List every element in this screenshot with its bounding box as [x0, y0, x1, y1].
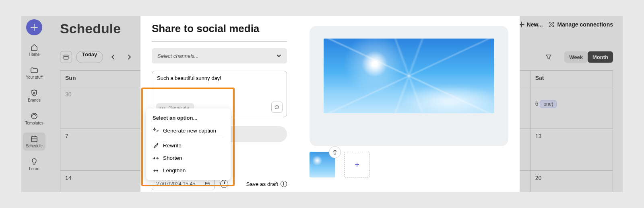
svg-point-1: [31, 113, 37, 119]
wand-icon: [153, 142, 159, 149]
view-month-button[interactable]: Month: [588, 51, 613, 63]
filter-button[interactable]: [543, 51, 555, 63]
calendar-icon: [30, 135, 38, 143]
dropdown-title: Select an option...: [146, 112, 231, 124]
save-draft-label: Save as draft: [246, 181, 278, 187]
manage-connections-button[interactable]: Manage connections: [548, 21, 613, 28]
day-number: 7: [65, 133, 68, 139]
lightbulb-icon: [30, 158, 38, 166]
home-icon: [30, 43, 38, 51]
option-rewrite[interactable]: Rewrite: [146, 139, 231, 152]
manage-connections-label: Manage connections: [557, 21, 613, 28]
caption-text: Such a beautiful sunny day!: [157, 75, 221, 81]
nav-home[interactable]: Home: [23, 41, 45, 59]
templates-icon: [30, 112, 38, 120]
new-post-label: New...: [527, 21, 543, 28]
option-lengthen[interactable]: Lengthen: [146, 164, 231, 177]
svg-rect-2: [31, 137, 37, 142]
add-media-button[interactable]: +: [344, 152, 370, 177]
calendar-picker-button[interactable]: [60, 51, 72, 63]
new-post-button[interactable]: New...: [519, 21, 543, 28]
nav-label: Home: [29, 52, 40, 57]
channels-select[interactable]: Select channels...: [152, 48, 287, 63]
nav-label: Brands: [28, 98, 41, 102]
channels-placeholder: Select channels...: [157, 53, 199, 59]
save-draft-button[interactable]: Save as draft i: [246, 181, 287, 187]
folder-icon: [30, 66, 38, 74]
nav-label: Templates: [25, 121, 43, 125]
plus-icon: +: [355, 160, 359, 169]
nav-your-stuff[interactable]: Your stuff: [23, 64, 45, 82]
datetime-value: 27/07/2024 15:45: [156, 181, 195, 187]
nav-learn[interactable]: Learn: [23, 155, 45, 173]
chevron-down-icon: [277, 53, 281, 58]
day-number: 14: [65, 175, 72, 181]
option-generate-caption[interactable]: Generate new caption: [146, 124, 231, 137]
day-cell[interactable]: 14: [60, 170, 142, 192]
nav-schedule[interactable]: Schedule: [23, 133, 45, 151]
delete-media-button[interactable]: [329, 146, 341, 158]
nav-label: Schedule: [26, 144, 43, 148]
share-modal: Share to social media Select channels...…: [140, 16, 520, 192]
day-cell[interactable]: 13: [530, 128, 613, 170]
day-number: 13: [535, 133, 542, 139]
generate-dropdown: Select an option... Generate new caption…: [146, 108, 231, 180]
option-shorten[interactable]: Shorten: [146, 152, 231, 164]
day-header: Sun: [60, 71, 142, 87]
event-badge[interactable]: one): [540, 100, 557, 108]
shield-icon: B: [30, 89, 38, 97]
create-button[interactable]: [26, 19, 42, 35]
day-number: 6: [535, 100, 539, 107]
option-label: Generate new caption: [163, 128, 216, 134]
prev-month-button[interactable]: [107, 51, 119, 63]
media-thumbnail[interactable]: [310, 152, 335, 177]
nav-label: Your stuff: [26, 75, 43, 80]
preview-image: [324, 39, 494, 113]
info-icon: i: [281, 181, 287, 187]
time-indicator[interactable]: [220, 180, 228, 188]
svg-text:B: B: [33, 92, 35, 95]
day-number: 30: [65, 91, 72, 98]
day-cell[interactable]: 7: [60, 128, 142, 170]
option-label: Rewrite: [163, 143, 182, 149]
emoji-button[interactable]: ☺: [271, 102, 283, 113]
option-label: Lengthen: [163, 167, 186, 173]
next-month-button[interactable]: [123, 51, 135, 63]
shorten-icon: [153, 156, 159, 160]
nav-brands[interactable]: B Brands: [23, 87, 45, 105]
trash-icon: [332, 149, 338, 155]
svg-rect-5: [205, 182, 209, 186]
day-cell[interactable]: 30: [60, 87, 142, 128]
modal-title: Share to social media: [152, 22, 287, 35]
nav-templates[interactable]: Templates: [23, 110, 45, 128]
svg-point-3: [550, 24, 552, 25]
option-label: Shorten: [163, 155, 182, 161]
emoji-icon: ☺: [274, 104, 280, 111]
day-header: Sat: [530, 71, 613, 87]
lengthen-icon: [153, 169, 159, 173]
view-week-button[interactable]: Week: [564, 51, 588, 63]
calendar-icon: [204, 181, 210, 187]
today-button[interactable]: Today: [76, 51, 103, 63]
sparkle-icon: [153, 127, 159, 134]
post-preview: [310, 26, 508, 146]
svg-rect-4: [64, 55, 68, 59]
day-cell[interactable]: 20: [530, 170, 613, 192]
day-number: 20: [535, 175, 542, 181]
nav-label: Learn: [29, 167, 39, 171]
day-cell[interactable]: 6 one): [530, 87, 613, 128]
